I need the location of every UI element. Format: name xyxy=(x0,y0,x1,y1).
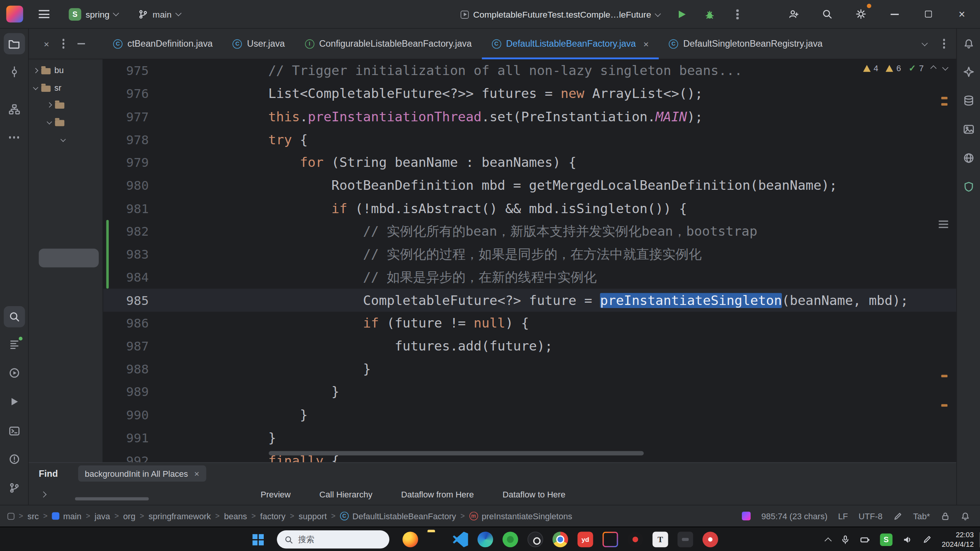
scrollbar-warning-mark[interactable] xyxy=(941,103,947,105)
breadcrumb-factory[interactable]: factory xyxy=(260,511,286,520)
dark-square-app-icon[interactable] xyxy=(678,531,693,547)
breadcrumb-DefaultListableBeanFactory[interactable]: CDefaultListableBeanFactory xyxy=(340,511,456,520)
caret-position[interactable]: 985:74 (23 chars) xyxy=(761,511,828,520)
firefox-icon[interactable] xyxy=(402,531,418,547)
settings-button[interactable] xyxy=(851,5,870,23)
next-issue-button[interactable] xyxy=(942,64,948,70)
scrollbar-warning-mark[interactable] xyxy=(941,404,947,406)
code-line[interactable]: 976 List<CompletableFuture<?>> futures =… xyxy=(103,82,956,105)
close-window-button[interactable]: × xyxy=(952,5,971,23)
tree-item[interactable] xyxy=(29,113,103,130)
taskbar-search[interactable]: 搜索 xyxy=(277,530,389,548)
hidden-icons-chevron[interactable] xyxy=(825,537,831,544)
code-line[interactable]: 987 futures.add(future); xyxy=(103,334,956,357)
horizontal-scrollbar[interactable] xyxy=(269,451,644,455)
tab-User.java[interactable]: CUser.java xyxy=(223,29,295,59)
code-line[interactable]: 986 if (future != null) { xyxy=(103,312,956,335)
plugin-status-icon[interactable] xyxy=(742,512,751,520)
code-line[interactable]: 982 // 实例化所有的bean，新版本支持并发实例化bean，bootstr… xyxy=(103,220,956,243)
project-root-icon[interactable] xyxy=(8,513,15,520)
run-config-widget[interactable]: CompletableFutureTest.testComple…leFutur… xyxy=(456,6,664,22)
inspection-weak-warnings[interactable]: 6 xyxy=(886,64,901,73)
database-button[interactable] xyxy=(958,90,979,111)
file-encoding[interactable]: UTF-8 xyxy=(859,511,882,520)
code-line[interactable]: 980 RootBeanDefinition mbd = getMergedLo… xyxy=(103,174,956,197)
tab-ConfigurableListableBeanFactory.java[interactable]: IConfigurableListableBeanFactory.java xyxy=(295,29,482,59)
code-line[interactable]: 977 this.preInstantiationThread.set(PreI… xyxy=(103,105,956,128)
chevron-down-icon[interactable] xyxy=(60,137,66,142)
scrollbar-code-mark[interactable] xyxy=(939,220,948,228)
volume-icon[interactable] xyxy=(902,535,912,544)
breadcrumb-beans[interactable]: beans xyxy=(224,511,247,520)
scrollbar-thumb[interactable] xyxy=(75,497,149,500)
find-result-tab[interactable]: backgroundInit in All Places × xyxy=(78,465,206,481)
more-actions-button[interactable] xyxy=(728,5,747,24)
taskbar-clock[interactable]: 22:03 2024/4/12 xyxy=(942,530,974,549)
close-tab-icon[interactable]: × xyxy=(194,468,199,478)
tab-DefaultSingletonBeanRegistry.java[interactable]: CDefaultSingletonBeanRegistry.java xyxy=(659,29,833,59)
code-line[interactable]: 991 } xyxy=(103,426,956,449)
code-line[interactable]: 978 try { xyxy=(103,128,956,151)
debug-button[interactable] xyxy=(701,5,719,24)
todo-tool-button[interactable] xyxy=(3,334,25,355)
scrollbar-warning-mark[interactable] xyxy=(941,375,947,377)
add-user-button[interactable] xyxy=(784,5,802,23)
tab-DefaultListableBeanFactory.java[interactable]: CDefaultListableBeanFactory.java× xyxy=(482,29,659,59)
battery-icon[interactable] xyxy=(860,535,870,544)
chrome-icon[interactable] xyxy=(552,531,568,547)
vscode-icon[interactable] xyxy=(452,531,468,547)
chevron-down-icon[interactable] xyxy=(47,119,52,125)
tab-options-icon[interactable] xyxy=(943,42,945,45)
tree-item[interactable] xyxy=(29,130,103,148)
code-line[interactable]: 984 // 如果是异步的，在新的线程中实例化 xyxy=(103,266,956,289)
tree-item[interactable]: bu xyxy=(29,62,103,79)
bell-icon[interactable] xyxy=(960,511,970,520)
breadcrumb-preInstantiateSingletons[interactable]: mpreInstantiateSingletons xyxy=(469,511,572,520)
previous-issue-button[interactable] xyxy=(930,65,936,71)
tree-item[interactable]: sr xyxy=(29,79,103,96)
code-line[interactable]: 988 } xyxy=(103,357,956,380)
search-everywhere-button[interactable] xyxy=(818,5,836,23)
terminal-tool-button[interactable] xyxy=(3,421,25,442)
lock-icon[interactable] xyxy=(941,511,950,520)
pen-icon[interactable] xyxy=(923,535,932,544)
sogou-ime-icon[interactable]: S xyxy=(880,533,892,546)
typora-icon[interactable]: T xyxy=(652,531,668,547)
find-view-dataflow-from-here[interactable]: Dataflow from Here xyxy=(401,489,474,499)
chevron-right-icon[interactable] xyxy=(33,68,38,73)
minimize-button[interactable] xyxy=(885,5,904,23)
run-button[interactable] xyxy=(673,5,692,24)
find-view-dataflow-to-here[interactable]: Dataflow to Here xyxy=(503,489,565,499)
project-widget[interactable]: S spring xyxy=(64,5,122,23)
collapse-all-icon[interactable]: × xyxy=(44,39,49,48)
code-line[interactable]: 983 // 实例化的过程，如果是同步的，在方法中就直接实例化 xyxy=(103,243,956,266)
code-line[interactable]: 990 } xyxy=(103,403,956,426)
more-tools-button[interactable] xyxy=(3,127,25,148)
services-tool-button[interactable] xyxy=(3,362,25,384)
intellij-idea-icon[interactable] xyxy=(603,531,618,547)
chevron-right-icon[interactable] xyxy=(47,102,52,108)
tree-item[interactable] xyxy=(29,96,103,113)
inspection-warnings[interactable]: 4 xyxy=(863,64,878,73)
scrollbar-thumb[interactable] xyxy=(39,249,99,267)
windows-start-button[interactable] xyxy=(253,534,264,545)
youdao-icon[interactable]: yd xyxy=(578,531,593,547)
code-line[interactable]: 985 CompletableFuture<?> future = preIns… xyxy=(103,289,956,312)
find-view-preview[interactable]: Preview xyxy=(261,489,291,499)
ai-assistant-button[interactable] xyxy=(958,61,979,83)
code-line[interactable]: 989 } xyxy=(103,380,956,403)
main-menu-button[interactable] xyxy=(34,5,53,23)
line-separator[interactable]: LF xyxy=(838,511,848,520)
inspection-passed[interactable]: ✓ 7 xyxy=(908,63,924,73)
breadcrumb-src[interactable]: src xyxy=(28,511,39,520)
chevron-down-icon[interactable] xyxy=(921,40,928,46)
find-tool-button[interactable] xyxy=(3,306,25,328)
chevron-down-icon[interactable] xyxy=(33,85,38,90)
pencil-icon[interactable] xyxy=(893,511,902,520)
chevron-right-icon[interactable] xyxy=(40,491,46,497)
maximize-button[interactable] xyxy=(919,5,938,23)
breadcrumb-springframework[interactable]: springframework xyxy=(149,511,211,520)
code-line[interactable]: 975 // Trigger initialization of all non… xyxy=(103,59,956,82)
dependencies-button[interactable] xyxy=(958,176,979,197)
structure-tool-button[interactable] xyxy=(3,99,25,120)
